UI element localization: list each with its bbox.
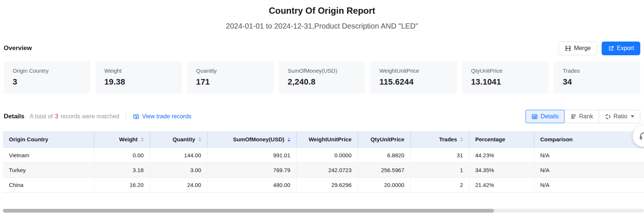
stat-card-label: QtyUnitPrice — [471, 68, 540, 74]
stat-card-weightunitprice: WeightUnitPrice115.6244 — [370, 62, 457, 93]
stat-card-value: 3 — [13, 77, 81, 87]
table-row-vietnam: Vietnam0.00144.00991.010.00006.88203144.… — [3, 148, 644, 162]
headset-icon — [639, 131, 644, 141]
column-header-label: Weight — [119, 136, 138, 142]
stat-card-label: WeightUnitPrice — [379, 68, 448, 74]
cell-quantity: 3.00 — [150, 162, 207, 177]
cell-weightunitprice: 29.6296 — [296, 177, 358, 192]
cell-sumofmoney-usd: 480.00 — [207, 177, 296, 192]
match-count: 3 — [55, 113, 58, 119]
match-summary-suffix: records were matched — [61, 113, 119, 119]
table-header-row: Origin CountryWeightQuantitySumOfMoney(U… — [3, 131, 644, 148]
stat-card-value: 19.38 — [104, 77, 173, 87]
view-mode-tabs: DetailsRankRatio — [526, 110, 640, 123]
stat-card-value: 115.6244 — [379, 77, 448, 87]
cell-origin-country: China — [3, 177, 94, 192]
view-tab-details[interactable]: Details — [526, 110, 565, 123]
stat-card-origin-country: Origin Country3 — [4, 62, 90, 93]
stat-card-value: 2,240.8 — [288, 77, 357, 87]
column-header-label: Comparison — [540, 136, 573, 142]
column-header-weightunitprice: WeightUnitPrice — [296, 131, 358, 148]
stat-card-qtyunitprice: QtyUnitPrice13.1041 — [462, 62, 549, 93]
stat-card-label: Quantity — [196, 68, 265, 74]
column-header-label: Trades — [439, 136, 457, 142]
column-header-label: WeightUnitPrice — [309, 136, 352, 142]
cell-trades: 2 — [410, 177, 469, 192]
details-table: Origin CountryWeightQuantitySumOfMoney(U… — [3, 131, 644, 193]
column-header-weight[interactable]: Weight — [94, 131, 150, 148]
stat-card-label: Weight — [104, 68, 173, 74]
cell-origin-country: Vietnam — [3, 148, 94, 162]
details-left: Details A total of3records were matched … — [4, 113, 191, 120]
table-row-turkey: Turkey3.183.00769.79242.0723256.5967134.… — [3, 162, 644, 177]
stat-card-value: 171 — [196, 77, 265, 87]
cell-qtyunitprice: 6.8820 — [358, 148, 410, 162]
cell-sumofmoney-usd: 991.01 — [207, 148, 296, 162]
divider — [126, 114, 126, 119]
cell-qtyunitprice: 256.5967 — [358, 162, 410, 177]
sort-icon[interactable] — [198, 137, 201, 142]
cell-quantity: 144.00 — [150, 148, 207, 162]
stat-card-label: Trades — [563, 68, 631, 74]
cell-qtyunitprice: 20.0000 — [358, 177, 410, 192]
sort-icon[interactable] — [141, 137, 144, 142]
view-tab-label: Ratio — [614, 113, 627, 120]
cell-origin-country: Turkey — [3, 162, 94, 177]
column-header-percentage: Percentage — [469, 131, 534, 148]
column-header-trades[interactable]: Trades — [410, 131, 469, 148]
cell-trades: 31 — [410, 148, 469, 162]
table-grid-icon — [531, 114, 538, 120]
cell-comparison: N/A — [534, 148, 644, 162]
cell-weightunitprice: 242.0723 — [296, 162, 358, 177]
trade-records-icon — [133, 114, 139, 120]
chevron-down-icon — [631, 115, 634, 118]
table-row-china: China16.2024.00480.0029.629620.0000221.4… — [3, 177, 644, 192]
report-page: Country Of Origin Report 2024-01-01 to 2… — [0, 0, 644, 217]
cell-comparison: N/A — [534, 177, 644, 192]
horizontal-scrollbar-track[interactable] — [3, 209, 644, 213]
overview-heading: Overview — [4, 45, 32, 52]
stat-card-label: SumOfMoney(USD) — [288, 68, 357, 74]
view-trade-records-link[interactable]: View trade records — [133, 113, 191, 120]
stat-card-quantity: Quantity171 — [187, 62, 274, 93]
column-header-label: Quantity — [173, 136, 195, 142]
column-header-qtyunitprice: QtyUnitPrice — [358, 131, 410, 148]
column-header-label: SumOfMoney(USD) — [233, 136, 284, 142]
export-button[interactable]: Export — [602, 42, 640, 55]
column-header-origin-country: Origin Country — [3, 131, 94, 148]
rank-icon — [570, 114, 576, 120]
cell-weight: 16.20 — [94, 177, 150, 192]
sort-icon[interactable] — [287, 137, 290, 142]
view-trade-records-label: View trade records — [142, 113, 191, 120]
stat-card-label: Origin Country — [13, 68, 81, 74]
stat-card-sumofmoney-usd: SumOfMoney(USD)2,240.8 — [279, 62, 365, 93]
page-title: Country Of Origin Report — [0, 4, 644, 17]
cell-trades: 1 — [410, 162, 469, 177]
overview-stat-cards: Origin Country3Weight19.38Quantity171Sum… — [4, 62, 640, 93]
column-header-quantity[interactable]: Quantity — [150, 131, 207, 148]
cell-weight: 3.18 — [94, 162, 150, 177]
overview-header-row: Overview Merge Export — [4, 41, 640, 56]
export-button-label: Export — [617, 45, 634, 52]
view-tab-rank[interactable]: Rank — [564, 110, 599, 123]
cell-percentage: 34.35% — [469, 162, 534, 177]
cell-percentage: 21.42% — [469, 177, 534, 192]
cell-sumofmoney-usd: 769.79 — [207, 162, 296, 177]
horizontal-scrollbar-thumb[interactable] — [3, 209, 494, 213]
column-header-label: QtyUnitPrice — [371, 136, 404, 142]
export-icon — [608, 45, 614, 52]
match-summary-prefix: A total of — [30, 113, 53, 119]
view-tab-label: Details — [540, 113, 559, 120]
view-tab-ratio[interactable]: Ratio — [599, 110, 640, 123]
cell-comparison: N/A — [534, 162, 644, 177]
merge-icon — [565, 45, 571, 52]
column-header-label: Percentage — [475, 136, 505, 142]
column-header-sumofmoney-usd[interactable]: SumOfMoney(USD) — [207, 131, 296, 148]
match-summary: A total of3records were matched — [30, 113, 119, 120]
column-header-comparison: Comparison — [534, 131, 644, 148]
view-tab-label: Rank — [579, 113, 593, 120]
merge-button[interactable]: Merge — [559, 42, 597, 55]
sort-icon[interactable] — [460, 137, 463, 142]
merge-button-label: Merge — [574, 45, 591, 52]
stat-card-value: 34 — [563, 77, 631, 87]
